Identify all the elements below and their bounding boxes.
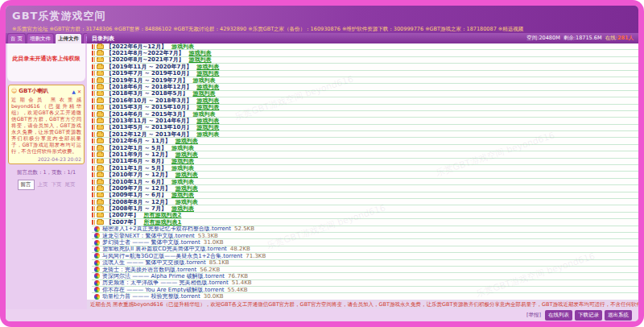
row-marker-icon [92,57,95,62]
folder-row: 【2013年11月 ~ 2014年6月】 游戏列表 [92,118,638,124]
game-list-link[interactable]: 游戏列表 [196,125,219,131]
folder-name-link[interactable]: 【2016年10月 ~ 2018年3月】 [106,97,192,104]
folder-icon [97,57,104,62]
torrent-row: 秘密潜入1+2真正完整记忆卡双存档整合版.torrent 52.5KB [92,226,638,233]
game-list-link[interactable]: 游戏列表 [192,111,215,118]
row-marker-icon [92,105,95,110]
game-list-link[interactable]: 游戏列表 [171,43,194,50]
game-list-link[interactable]: 游戏列表 [171,192,194,199]
message-stats: 留言总数：1，页数：1/1 [6,169,87,176]
game-list-link[interactable]: 游戏列表 [171,205,194,212]
collapse-icon[interactable]: ▲ [72,89,76,94]
torrent-row: 流氓人生 ——— 繁体中文交接版.torrent 85.1KB [92,260,638,267]
game-list-link[interactable]: 游戏列表 [189,50,212,56]
game-list-link[interactable]: 游戏列表 [196,105,219,111]
folder-row: 【2011年9月 ~ 12月】 游戏列表 [92,151,638,158]
exit-system-button[interactable]: 退出系统 [605,310,632,321]
torrent-name-link[interactable]: 速龙引擎NEXT：繁体中文版.torrent [102,233,195,239]
report-link[interactable]: [举报] [526,312,541,319]
torrent-name-link[interactable]: 历史频道：太平洋战争 ——— 完美相色版.torrent [102,280,229,287]
folder-name-link[interactable]: 【2012年6月 ~ 11月】 [106,138,171,144]
folder-name-link[interactable]: 【2011年9月 ~ 12月】 [106,151,171,158]
folder-name-link[interactable]: 【2015年3月 ~ 2015年10月】 [106,105,192,111]
folder-name-link[interactable]: 【2012年1月 ~ 5月】 [106,145,167,151]
torrent-name-link[interactable]: 资深阿尔法 ——— Alpha Prime 破解版.torrent [102,273,225,279]
game-list-link[interactable]: 游戏列表 [171,145,194,151]
folder-row: 【2012年6月 ~ 11月】 游戏列表 [92,138,638,144]
pager: 留言 上页 下页 尾页 [6,180,87,190]
game-list-link[interactable]: 游戏列表 [192,91,215,97]
torrent-size: 51.4KB [232,280,252,287]
folder-name-link[interactable]: 【2009年7月 ~ 12月】 [106,185,171,192]
torrent-name-link[interactable]: 龙骑士：完美接外语音数码版.torrent [102,267,196,273]
folder-name-link[interactable]: 【2018年3月 ~ 2018年5月】 [106,91,188,97]
game-list-link[interactable]: 游戏列表 [175,185,198,192]
folder-name-link[interactable]: 【2007年】 [106,219,138,226]
torrent-name-link[interactable]: 与风同行=航海3GO正版——吴疑永负1+2合集.torrent [102,253,242,259]
torrent-name-link[interactable]: 秘密潜入1+2真正完整记忆卡双存档整合版.torrent [102,226,231,233]
game-list-link[interactable]: 所有游戏列表2 [143,213,181,219]
row-marker-icon [92,98,95,103]
folder-name-link[interactable]: 【2013年11月 ~ 2014年6月】 [106,118,192,124]
torrent-row: 你不存在 ——— You Are Empty破解版.torrent 55.4KB [92,287,638,293]
folder-name-link[interactable]: 【2007年】 [106,213,138,219]
folder-name-link[interactable]: 【2013年5月 ~ 2013年10月】 [106,125,192,131]
game-list-link[interactable]: 游戏列表 [196,64,219,70]
torrent-name-link[interactable]: 盟军敢死队II 裏补篇双CD完美简体中文版.torrent [102,246,227,253]
game-list-link[interactable]: 游戏列表 [175,199,198,205]
pager-prev-button[interactable]: 上页 [38,181,48,188]
folder-row: 【2008年8月 ~ 12月】 游戏列表 [92,199,638,205]
folder-name-link[interactable]: 【2009年1月 ~ 6月】 [106,192,167,199]
game-list-link[interactable]: 游戏列表 [175,151,198,158]
folder-name-link[interactable]: 【2019年7月 ~ 2019年10月】 [106,71,192,77]
folder-name-link[interactable]: 【2020年8月~2021年7月】 [106,57,184,64]
torrent-name-link[interactable]: 流氓人生 ——— 繁体中文交接版.torrent [102,260,206,267]
game-list-link[interactable]: 游戏列表 [196,71,219,77]
tab-home[interactable]: 首 页 [7,33,26,43]
game-list-link[interactable]: 游戏列表 [196,118,219,124]
folder-name-link[interactable]: 【2011年1月 ~ 5月】 [106,165,167,172]
folder-name-link[interactable]: 【2012年12月 ~ 2013年4月】 [106,131,192,138]
game-list-link[interactable]: 游戏列表 [189,57,212,64]
folder-name-link[interactable]: 【2018年6月 ~ 2018年12月】 [106,84,192,90]
game-list-link[interactable]: 游戏列表 [175,172,198,178]
upload-panel: 此目录未开通访客上传权限 [7,43,85,81]
game-list-link[interactable]: 游戏列表 [175,138,198,144]
folder-icon [97,64,104,69]
folder-name-link[interactable]: 【2010年1月 ~ 6月】 [106,179,167,185]
torrent-name-link[interactable]: 梦幻骑士者 ——— 繁体中文版.torrent [102,239,200,246]
game-list-link[interactable]: 游戏列表 [196,97,219,104]
folder-name-link[interactable]: 【2008年8月 ~ 12月】 [106,199,171,205]
game-list-link[interactable]: 游戏列表 [171,159,194,165]
header: GBT乐赏游戏空间 ※乐赏官方论坛 ※GBT官方群：31748306 ※GBT世… [6,6,638,33]
online-list-button[interactable]: 在线列表 [545,310,572,321]
tab-manage[interactable]: 增删文件 [27,33,54,43]
header-links[interactable]: ※乐赏官方论坛 ※GBT官方群：31748306 ※GBT世界：84886102… [12,26,632,33]
game-list-link[interactable]: 游戏列表 [171,179,194,185]
game-list-link[interactable]: 游戏列表 [192,77,215,84]
folder-name-link[interactable]: 【2011年6月 ~ 8月】 [106,159,167,165]
close-icon[interactable]: ✕ [77,89,81,94]
pager-last-button[interactable]: 尾页 [65,181,76,188]
folder-name-link[interactable]: 【2014年6月 ~ 2015年3月】 [106,111,188,118]
torrent-name-link[interactable]: 动量松力普 ——— 校验完整版.torrent [102,293,200,300]
folder-row: 【2022年6月~12月】 游戏列表 [92,43,638,50]
folder-name-link[interactable]: 【2021年8月~2022年7月】 [106,50,184,56]
folder-icon [97,206,104,211]
folder-row: 【2021年8月~2022年7月】 游戏列表 [92,50,638,56]
folder-name-link[interactable]: 【2022年6月~12月】 [106,43,167,50]
game-list-link[interactable]: 游戏列表 [196,131,219,138]
tab-upload[interactable]: 上传文件 [55,33,82,43]
torrent-name-link[interactable]: 你不存在 ——— You Are Empty破解版.torrent [102,287,225,293]
game-list-link[interactable]: 游戏列表 [171,165,194,172]
folder-icon [97,192,104,197]
pager-message-button[interactable]: 留言 [18,180,35,190]
game-list-link[interactable]: 所有游戏列表1 [143,219,181,226]
folder-name-link[interactable]: 【2010年7月 ~ 12月】 [106,172,171,178]
download-log-button[interactable]: 下载记录 [575,310,602,321]
folder-name-link[interactable]: 【2019年1月 ~ 2019年7月】 [106,77,188,84]
folder-name-link[interactable]: 【2019年11月 ~ 2020年7月】 [106,64,192,70]
game-list-link[interactable]: 游戏列表 [196,84,219,90]
folder-name-link[interactable]: 【2008年1月 ~ 7月】 [106,205,167,212]
pager-next-button[interactable]: 下页 [52,181,62,188]
